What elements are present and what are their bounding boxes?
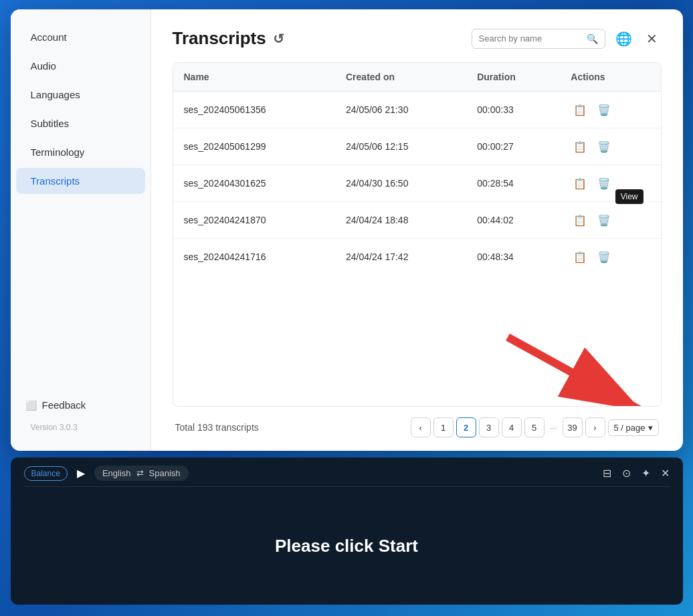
table-row: ses_202404301625 24/04/30 16:50 00:28:54… [173,165,661,202]
page-button-1[interactable]: 1 [433,417,454,437]
sidebar-item-languages[interactable]: Languages [16,82,145,108]
main-modal: Account Audio Languages Subtitles Termin… [11,9,683,451]
player-close-icon[interactable]: ✕ [661,467,670,480]
row-name: ses_202405061356 [173,92,336,128]
per-page-select[interactable]: 5 / page ▾ [608,419,659,436]
col-duration: Duration [466,63,560,92]
view-button[interactable]: 📋 [571,137,589,156]
swap-icon: ⇄ [136,468,144,478]
player-controls: Balance ▶ English ⇄ Spanish ⊟ ⊙ ✦ ✕ [24,457,670,487]
player-bar: Balance ▶ English ⇄ Spanish ⊟ ⊙ ✦ ✕ Plea… [11,457,683,605]
settings-icon[interactable]: ⊙ [622,467,631,480]
table-row: ses_202404241870 24/04/24 18:48 00:44:02… [173,202,661,239]
table-row: ses_202405061299 24/05/06 12:15 00:00:27… [173,128,661,165]
page-button-3[interactable]: 3 [479,417,499,437]
page-button-2[interactable]: 2 [456,417,476,437]
row-name: ses_202404241716 [173,239,336,276]
page-ellipsis: ··· [547,423,560,433]
prev-page-button[interactable]: ‹ [411,417,431,437]
view-tooltip: View [615,189,644,204]
table-row: ses_202405061356 24/05/06 21:30 00:00:33… [173,92,661,128]
row-created: 24/04/24 17:42 [335,239,466,276]
header-controls: 🔍 🌐 ✕ [472,29,662,49]
sidebar-item-terminology[interactable]: Terminology [16,139,145,165]
feedback-icon: ⬜ [25,400,37,411]
total-label: Total 193 transcripts [175,422,259,433]
row-actions: 📋 🗑️ View [560,202,660,239]
row-name: ses_202404241870 [173,202,336,239]
view-button[interactable]: 📋 [571,247,589,266]
transcripts-table: Name Created on Duration Actions ses_202… [173,63,661,275]
refresh-icon[interactable]: ↺ [273,31,284,47]
row-actions: 📋 🗑️ [560,92,660,128]
table-row: ses_202404241716 24/04/24 17:42 00:48:34… [173,239,661,276]
sidebar-item-subtitles[interactable]: Subtitles [16,110,145,136]
delete-button[interactable]: 🗑️ [595,174,613,193]
col-actions: Actions [560,63,660,92]
pagination-row: Total 193 transcripts ‹ 1 2 3 4 5 ··· 39… [173,417,662,437]
row-duration: 00:48:34 [466,239,560,276]
delete-button[interactable]: 🗑️ [595,211,613,229]
col-name: Name [173,63,336,92]
view-button[interactable]: 📋 [571,100,589,119]
delete-button[interactable]: 🗑️ [595,137,613,156]
sidebar-item-audio[interactable]: Audio [16,53,145,79]
svg-line-1 [508,337,641,407]
row-actions: 📋 🗑️ [560,165,660,202]
row-duration: 00:44:02 [466,202,560,239]
row-name: ses_202404301625 [173,165,336,202]
row-duration: 00:00:27 [466,128,560,165]
row-actions: 📋 🗑️ [560,128,660,165]
row-created: 24/04/24 18:48 [335,202,466,239]
player-right-icons: ⊟ ⊙ ✦ ✕ [603,467,670,480]
sidebar-item-account[interactable]: Account [16,24,145,50]
header-row: Transcripts ↺ 🔍 🌐 ✕ [173,28,662,49]
pagination-controls: ‹ 1 2 3 4 5 ··· 39 › 5 / page ▾ [411,417,659,437]
page-button-4[interactable]: 4 [502,417,522,437]
delete-button[interactable]: 🗑️ [595,247,613,266]
search-icon: 🔍 [587,33,598,44]
feedback-item[interactable]: ⬜ Feedback [16,393,145,417]
table-container: Name Created on Duration Actions ses_202… [173,62,662,407]
row-created: 24/05/06 12:15 [335,128,466,165]
page-title: Transcripts ↺ [173,28,284,49]
play-button[interactable]: ▶ [77,467,85,480]
close-button[interactable]: ✕ [643,29,662,48]
arrow-annotation [494,324,662,407]
row-duration: 00:28:54 [466,165,560,202]
row-name: ses_202405061299 [173,128,336,165]
language-display: English ⇄ Spanish [94,466,189,481]
sidebar: Account Audio Languages Subtitles Termin… [11,9,151,451]
chevron-down-icon: ▾ [648,423,653,433]
main-content: Transcripts ↺ 🔍 🌐 ✕ Name Created on [151,9,683,451]
search-box: 🔍 [472,29,605,49]
page-button-5[interactable]: 5 [524,417,544,437]
view-button[interactable]: 📋 [571,174,589,193]
view-button[interactable]: 📋 [571,211,589,229]
subtitles-icon[interactable]: ⊟ [603,467,611,480]
col-created: Created on [335,63,466,92]
globe-icon[interactable]: 🌐 [615,29,633,48]
balance-badge: Balance [24,466,68,481]
row-duration: 00:00:33 [466,92,560,128]
row-actions: 📋 🗑️ [560,239,660,276]
version-label: Version 3.0.3 [16,417,145,437]
delete-button[interactable]: 🗑️ [595,100,613,119]
sidebar-item-transcripts[interactable]: Transcripts [16,168,145,194]
row-created: 24/04/30 16:50 [335,165,466,202]
player-content: Please click Start [24,487,670,605]
expand-icon[interactable]: ✦ [641,467,650,480]
row-created: 24/05/06 21:30 [335,92,466,128]
next-page-button[interactable]: › [585,417,605,437]
search-input[interactable] [479,33,587,43]
last-page-button[interactable]: 39 [563,417,583,437]
player-main-text: Please click Start [275,536,418,556]
